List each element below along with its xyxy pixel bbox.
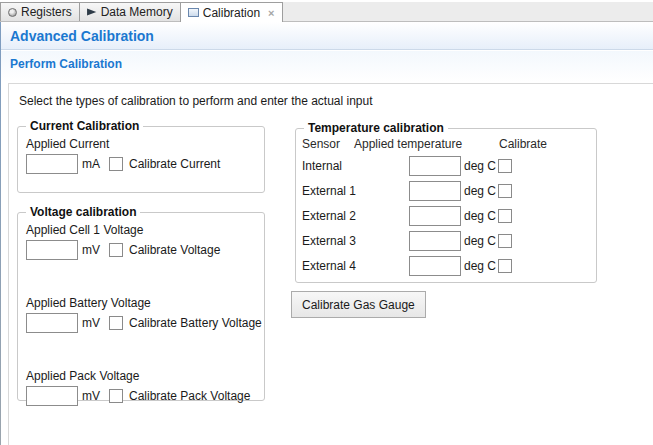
- applied-battery-voltage-label: Applied Battery Voltage: [26, 296, 264, 310]
- calibrate-current-checkbox[interactable]: [109, 157, 123, 171]
- calibrate-voltage-checkbox[interactable]: [109, 243, 123, 257]
- calibration-icon: [188, 8, 199, 17]
- calibrate-column-header: Calibrate: [499, 137, 547, 151]
- applied-current-input[interactable]: [26, 154, 78, 174]
- external1-temperature-input[interactable]: [409, 181, 461, 201]
- tab-data-memory[interactable]: Data Memory: [79, 2, 181, 21]
- external2-temperature-input[interactable]: [409, 206, 461, 226]
- table-row-internal: Internal deg C: [302, 153, 596, 178]
- page-title: Advanced Calibration: [1, 22, 653, 44]
- instruction-text: Select the types of calibration to perfo…: [19, 94, 373, 108]
- table-row-external-4: External 4 deg C: [302, 253, 596, 278]
- external3-temperature-input[interactable]: [409, 231, 461, 251]
- applied-cell1-voltage-label: Applied Cell 1 Voltage: [26, 223, 264, 237]
- applied-current-label: Applied Current: [26, 137, 264, 151]
- external3-temperature-unit: deg C: [464, 234, 496, 248]
- editor-tab-bar: Registers Data Memory Calibration ×: [0, 0, 653, 22]
- section-title: Perform Calibration: [1, 51, 653, 71]
- calibrate-external1-checkbox[interactable]: [498, 184, 512, 198]
- pack-voltage-unit: mV: [82, 389, 100, 403]
- temperature-calibration-group: Temperature calibration Sensor Applied t…: [295, 128, 597, 283]
- external2-temperature-unit: deg C: [464, 209, 496, 223]
- table-row-external-1: External 1 deg C: [302, 178, 596, 203]
- calibrate-pack-voltage-label: Calibrate Pack Voltage: [129, 389, 250, 403]
- applied-cell1-voltage-input[interactable]: [26, 240, 78, 260]
- calibrate-pack-voltage-checkbox[interactable]: [109, 389, 123, 403]
- temperature-calibration-title: Temperature calibration: [304, 121, 448, 135]
- editor-left-border: [0, 22, 1, 445]
- voltage-calibration-group: Voltage calibration Applied Cell 1 Volta…: [17, 212, 265, 401]
- title-bar: Advanced Calibration: [1, 22, 653, 50]
- calibrate-external4-checkbox[interactable]: [498, 259, 512, 273]
- calibrate-internal-checkbox[interactable]: [498, 159, 512, 173]
- applied-current-unit: mA: [82, 157, 100, 171]
- calibrate-battery-voltage-checkbox[interactable]: [109, 316, 123, 330]
- tab-registers-label: Registers: [21, 5, 72, 19]
- internal-temperature-input[interactable]: [409, 156, 461, 176]
- calibrate-gas-gauge-button[interactable]: Calibrate Gas Gauge: [291, 291, 426, 318]
- applied-pack-voltage-label: Applied Pack Voltage: [26, 369, 264, 383]
- applied-battery-voltage-input[interactable]: [26, 313, 78, 333]
- external1-temperature-unit: deg C: [464, 184, 496, 198]
- battery-voltage-unit: mV: [82, 316, 100, 330]
- content-panel: Select the types of calibration to perfo…: [8, 83, 653, 445]
- close-icon[interactable]: ×: [268, 8, 274, 18]
- calibrate-battery-voltage-label: Calibrate Battery Voltage: [129, 316, 262, 330]
- calibrate-external2-checkbox[interactable]: [498, 209, 512, 223]
- current-calibration-group: Current Calibration Applied Current mA C…: [17, 126, 265, 193]
- temperature-table-header: Sensor Applied temperature Calibrate: [302, 137, 596, 151]
- table-row-external-2: External 2 deg C: [302, 203, 596, 228]
- section-bar: Perform Calibration: [1, 51, 653, 82]
- internal-temperature-unit: deg C: [464, 159, 496, 173]
- calibrate-current-label: Calibrate Current: [129, 157, 220, 171]
- external4-temperature-input[interactable]: [409, 256, 461, 276]
- table-row-external-3: External 3 deg C: [302, 228, 596, 253]
- sensor-internal-label: Internal: [302, 159, 409, 173]
- sensor-external1-label: External 1: [302, 184, 409, 198]
- sensor-column-header: Sensor: [302, 137, 354, 151]
- applied-pack-voltage-input[interactable]: [26, 386, 78, 406]
- tab-data-memory-label: Data Memory: [101, 5, 173, 19]
- sensor-external4-label: External 4: [302, 259, 409, 273]
- calibration-window: Registers Data Memory Calibration × Adva…: [0, 0, 653, 445]
- current-calibration-title: Current Calibration: [26, 119, 143, 133]
- tab-calibration-label: Calibration: [203, 6, 260, 20]
- voltage-calibration-title: Voltage calibration: [26, 205, 140, 219]
- cell1-voltage-unit: mV: [82, 243, 100, 257]
- calibrate-voltage-label: Calibrate Voltage: [129, 243, 220, 257]
- tab-calibration[interactable]: Calibration ×: [180, 2, 283, 22]
- sensor-external3-label: External 3: [302, 234, 409, 248]
- tab-registers[interactable]: Registers: [0, 2, 80, 21]
- registers-icon: [8, 8, 17, 17]
- calibrate-external3-checkbox[interactable]: [498, 234, 512, 248]
- sensor-external2-label: External 2: [302, 209, 409, 223]
- data-memory-icon: [87, 7, 97, 17]
- external4-temperature-unit: deg C: [464, 259, 496, 273]
- applied-temperature-column-header: Applied temperature: [354, 137, 499, 151]
